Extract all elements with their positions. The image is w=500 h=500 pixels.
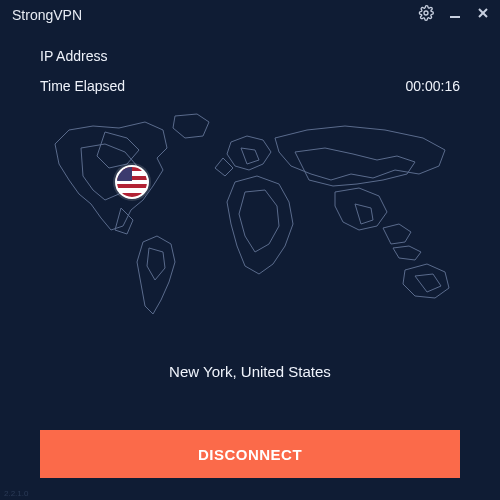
window-controls bbox=[418, 5, 490, 25]
svg-point-0 bbox=[424, 11, 428, 15]
version-label: 2.2.1.0 bbox=[4, 489, 28, 498]
connection-info: IP Address Time Elapsed 00:00:16 bbox=[0, 30, 500, 94]
time-row: Time Elapsed 00:00:16 bbox=[40, 78, 460, 94]
world-map bbox=[35, 108, 465, 333]
time-elapsed-label: Time Elapsed bbox=[40, 78, 125, 94]
disconnect-button[interactable]: DISCONNECT bbox=[40, 430, 460, 478]
us-flag-icon bbox=[115, 165, 149, 199]
settings-icon[interactable] bbox=[418, 5, 434, 25]
close-icon[interactable] bbox=[476, 6, 490, 24]
app-title: StrongVPN bbox=[12, 7, 82, 23]
world-map-svg bbox=[35, 108, 465, 333]
ip-label: IP Address bbox=[40, 48, 107, 64]
title-bar: StrongVPN bbox=[0, 0, 500, 30]
location-label: New York, United States bbox=[0, 363, 500, 380]
ip-row: IP Address bbox=[40, 48, 460, 64]
time-elapsed-value: 00:00:16 bbox=[406, 78, 461, 94]
minimize-icon[interactable] bbox=[448, 6, 462, 24]
